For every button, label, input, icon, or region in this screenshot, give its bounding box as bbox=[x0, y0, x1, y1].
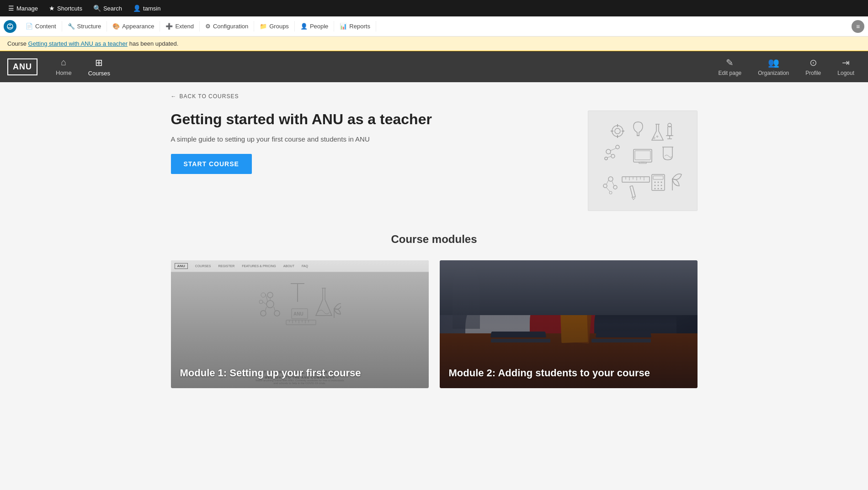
svg-rect-25 bbox=[635, 151, 650, 160]
module-1-content: Module 1: Setting up your first course bbox=[171, 358, 370, 388]
back-to-courses-link[interactable]: ← BACK TO COURSES bbox=[171, 93, 698, 100]
courses-icon: ⊞ bbox=[95, 57, 103, 68]
manage-label: Manage bbox=[16, 5, 38, 12]
svg-rect-45 bbox=[653, 176, 663, 179]
search-label: Search bbox=[103, 5, 122, 12]
modules-grid: ANU COURSES REGISTER FEATURES & PRICING … bbox=[171, 260, 698, 388]
svg-point-1 bbox=[10, 24, 11, 26]
svg-point-18 bbox=[616, 145, 619, 149]
search-menu-item[interactable]: 🔍 Search bbox=[89, 3, 127, 14]
home-icon: ⌂ bbox=[61, 57, 66, 68]
hamburger-icon: ☰ bbox=[8, 5, 14, 12]
svg-point-54 bbox=[660, 188, 662, 190]
svg-rect-55 bbox=[629, 186, 635, 198]
svg-point-36 bbox=[608, 177, 613, 181]
secondary-nav-reports[interactable]: 📊 Reports bbox=[334, 21, 376, 32]
manage-menu-item[interactable]: ☰ Manage bbox=[4, 3, 43, 14]
admin-avatar: ≡ bbox=[852, 20, 864, 33]
notification-bar: Course Getting started with ANU as a tea… bbox=[0, 37, 868, 51]
svg-rect-29 bbox=[622, 177, 650, 182]
site-logo: ANU bbox=[7, 58, 37, 75]
course-title: Getting started with ANU as a teacher bbox=[171, 111, 570, 128]
svg-point-48 bbox=[660, 182, 662, 183]
module-2-title: Module 2: Adding students to your course bbox=[449, 367, 650, 379]
course-info: Getting started with ANU as a teacher A … bbox=[171, 111, 570, 174]
svg-point-46 bbox=[654, 182, 655, 183]
svg-point-19 bbox=[611, 154, 615, 158]
nav-home[interactable]: ⌂ Home bbox=[48, 53, 79, 80]
page-content: ← BACK TO COURSES Getting started with A… bbox=[160, 82, 708, 399]
back-arrow-icon: ← bbox=[171, 93, 177, 100]
notification-suffix: has been updated. bbox=[129, 40, 179, 47]
start-course-button[interactable]: START COURSE bbox=[171, 154, 252, 174]
site-nav: ANU ⌂ Home ⊞ Courses ✎ Edit page 👥 Organ… bbox=[0, 51, 868, 82]
user-menu-item[interactable]: 👤 tamsin bbox=[128, 3, 165, 14]
logout-icon: ⇥ bbox=[842, 57, 850, 68]
svg-rect-27 bbox=[639, 162, 646, 163]
secondary-nav-content[interactable]: 📄 Content bbox=[20, 21, 62, 32]
svg-point-53 bbox=[657, 188, 659, 190]
svg-point-10 bbox=[653, 137, 655, 139]
site-nav-items: ⌂ Home ⊞ Courses bbox=[48, 53, 117, 80]
svg-point-52 bbox=[654, 188, 655, 190]
svg-rect-12 bbox=[668, 126, 671, 136]
groups-icon: 📁 bbox=[260, 23, 267, 30]
reports-icon: 📊 bbox=[340, 23, 347, 30]
svg-point-11 bbox=[656, 136, 658, 137]
secondary-nav-groups[interactable]: 📁 Groups bbox=[254, 21, 295, 32]
secondary-nav-appearance[interactable]: 🎨 Appearance bbox=[107, 21, 160, 32]
nav-courses[interactable]: ⊞ Courses bbox=[81, 53, 117, 80]
module-1-inner: ANU COURSES REGISTER FEATURES & PRICING … bbox=[171, 260, 429, 388]
module-card-2[interactable]: Module 2: Adding students to your course bbox=[440, 260, 698, 388]
organization-button[interactable]: 👥 Organization bbox=[751, 53, 795, 80]
course-description: A simple guide to setting up your first … bbox=[171, 135, 570, 143]
appearance-icon: 🎨 bbox=[112, 23, 120, 30]
svg-point-41 bbox=[609, 191, 612, 194]
svg-point-37 bbox=[603, 184, 607, 188]
notification-prefix: Course bbox=[7, 40, 27, 47]
svg-line-39 bbox=[607, 180, 608, 184]
module-2-inner: Module 2: Adding students to your course bbox=[440, 260, 698, 388]
secondary-nav: 📄 Content 🔧 Structure 🎨 Appearance ➕ Ext… bbox=[0, 16, 868, 37]
secondary-nav-people[interactable]: 👤 People bbox=[295, 21, 334, 32]
organization-icon: 👥 bbox=[768, 57, 779, 68]
science-illustration-svg bbox=[597, 115, 688, 206]
svg-line-40 bbox=[612, 181, 614, 185]
module-1-title: Module 1: Setting up your first course bbox=[180, 367, 361, 379]
shortcuts-menu-item[interactable]: ★ Shortcuts bbox=[44, 3, 87, 14]
svg-line-42 bbox=[606, 187, 610, 191]
svg-point-50 bbox=[657, 185, 659, 186]
search-icon: 🔍 bbox=[93, 5, 101, 12]
username-label: tamsin bbox=[143, 5, 160, 12]
svg-point-47 bbox=[657, 182, 659, 183]
svg-line-21 bbox=[610, 153, 612, 155]
secondary-nav-extend[interactable]: ➕ Extend bbox=[160, 21, 199, 32]
course-image bbox=[588, 111, 698, 211]
notification-link[interactable]: Getting started with ANU as a teacher bbox=[28, 40, 128, 47]
module-card-1[interactable]: ANU COURSES REGISTER FEATURES & PRICING … bbox=[171, 260, 429, 388]
drupal-logo bbox=[4, 20, 16, 33]
user-icon: 👤 bbox=[133, 5, 141, 12]
config-icon: ⚙ bbox=[205, 23, 211, 30]
page-icon: 📄 bbox=[26, 23, 33, 30]
people-icon: 👤 bbox=[300, 23, 308, 30]
modules-title: Course modules bbox=[171, 233, 698, 246]
svg-line-20 bbox=[610, 148, 616, 151]
shortcuts-label: Shortcuts bbox=[57, 5, 82, 12]
svg-point-22 bbox=[605, 157, 607, 160]
svg-point-3 bbox=[615, 128, 620, 134]
logout-button[interactable]: ⇥ Logout bbox=[831, 53, 861, 80]
profile-button[interactable]: ⊙ Profile bbox=[799, 53, 827, 80]
course-header: Getting started with ANU as a teacher A … bbox=[171, 111, 698, 211]
profile-icon: ⊙ bbox=[809, 57, 817, 68]
edit-page-button[interactable]: ✎ Edit page bbox=[712, 53, 748, 80]
svg-rect-24 bbox=[634, 149, 652, 162]
extend-icon: ➕ bbox=[165, 23, 173, 30]
secondary-nav-structure[interactable]: 🔧 Structure bbox=[62, 21, 107, 32]
edit-icon: ✎ bbox=[726, 57, 734, 68]
svg-point-2 bbox=[612, 126, 623, 137]
secondary-nav-configuration[interactable]: ⚙ Configuration bbox=[200, 21, 254, 32]
module-2-content: Module 2: Adding students to your course bbox=[440, 358, 659, 388]
admin-bar: ☰ Manage ★ Shortcuts 🔍 Search 👤 tamsin bbox=[0, 0, 868, 16]
svg-point-51 bbox=[660, 185, 662, 186]
